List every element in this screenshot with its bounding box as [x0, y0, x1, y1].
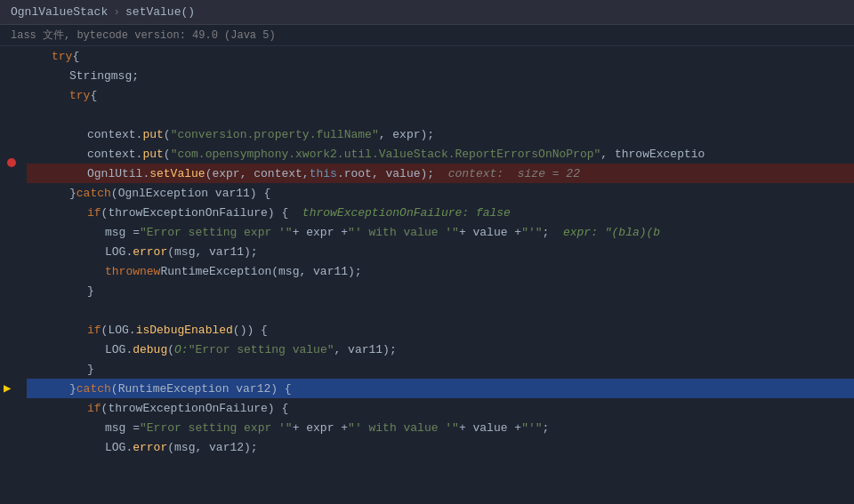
code-line: LOG.debug( O: "Error setting value", var…	[27, 340, 854, 359]
code-line	[27, 105, 854, 124]
code-line: try {	[27, 46, 854, 66]
code-content[interactable]: try { String msg; try { context.put("con…	[27, 46, 854, 504]
code-line: msg = "Error setting expr '" + expr + "'…	[27, 222, 854, 242]
code-line: context.put("conversion.property.fullNam…	[27, 124, 854, 144]
code-line: }	[27, 359, 854, 379]
code-line: LOG.error(msg, var12);	[27, 437, 854, 457]
code-line-highlighted: } catch (RuntimeException var12) {	[27, 379, 854, 398]
gutter: ▶	[0, 46, 27, 504]
code-line: }	[27, 281, 854, 300]
code-line-error: OgnlUtil.setValue(expr, context, this.ro…	[27, 164, 854, 183]
code-line: try {	[27, 85, 854, 105]
breakpoint-marker	[7, 158, 16, 167]
code-line: LOG.error(msg, var11);	[27, 242, 854, 261]
code-area: ▶ try { String msg; try { context.put("c…	[0, 46, 854, 504]
method-name: setValue()	[125, 5, 195, 19]
code-line: msg = "Error setting expr '" + expr + "'…	[27, 418, 854, 437]
code-line: if (LOG.isDebugEnabled()) {	[27, 320, 854, 340]
code-line: if (throwExceptionOnFailure) { throwExce…	[27, 203, 854, 222]
code-line: context.put("com.opensymphony.xwork2.uti…	[27, 144, 854, 164]
code-line: throw new RuntimeException(msg, var11);	[27, 261, 854, 281]
title-bar: OgnlValueStack › setValue()	[0, 0, 854, 25]
code-line: } catch (OgnlException var11) {	[27, 183, 854, 203]
subtitle-bar: lass 文件, bytecode version: 49.0 (Java 5)	[0, 25, 854, 46]
code-line: if (throwExceptionOnFailure) {	[27, 398, 854, 418]
class-name: OgnlValueStack	[11, 5, 108, 19]
code-line	[27, 300, 854, 320]
breadcrumb-separator: ›	[113, 5, 120, 19]
subtitle-text: lass 文件, bytecode version: 49.0 (Java 5)	[11, 28, 276, 43]
code-line: String msg;	[27, 66, 854, 85]
current-line-arrow: ▶	[4, 380, 11, 396]
